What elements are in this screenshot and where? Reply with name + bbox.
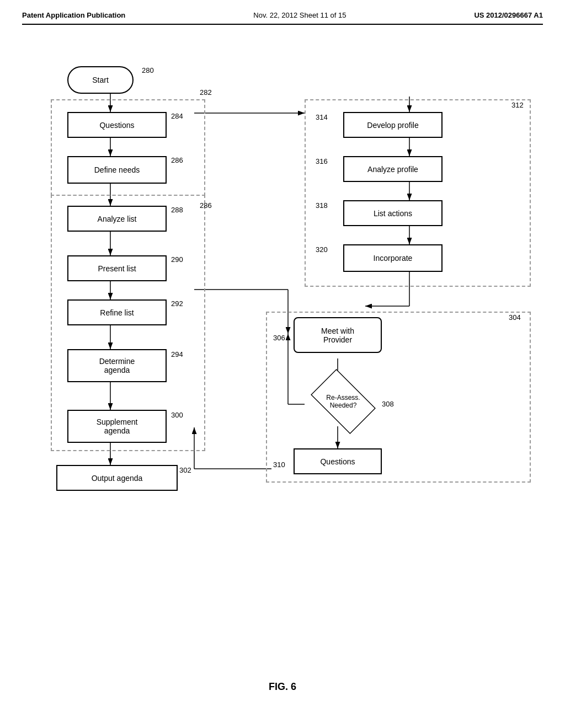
reassess-label: Re-Assess. Needed? xyxy=(326,394,360,410)
incorporate-label: Incorporate xyxy=(374,254,413,263)
define-needs-label: Define needs xyxy=(94,165,140,174)
header-left: Patent Application Publication xyxy=(22,11,125,19)
reassess-node: Re-Assess. Needed? xyxy=(305,377,382,426)
diagram: 282 286 312 304 Start 280 Questions 284 … xyxy=(23,41,542,676)
ref-308: 308 xyxy=(382,400,394,408)
develop-profile-label: Develop profile xyxy=(367,121,418,130)
questions-bottom-label: Questions xyxy=(320,457,355,466)
ref-290: 290 xyxy=(171,255,183,264)
ref-320: 320 xyxy=(316,245,328,254)
refine-list-label: Refine list xyxy=(100,308,134,317)
determine-agenda-label: Determine agenda xyxy=(99,357,135,374)
analyze-profile-node: Analyze profile xyxy=(343,156,443,182)
analyze-profile-label: Analyze profile xyxy=(367,165,418,174)
analyze-list-label: Analyze list xyxy=(98,215,137,223)
present-list-node: Present list xyxy=(67,255,167,281)
develop-profile-node: Develop profile xyxy=(343,112,443,138)
output-agenda-label: Output agenda xyxy=(92,474,143,483)
start-label: Start xyxy=(92,76,109,84)
ref-318: 318 xyxy=(316,201,328,210)
questions-top-node: Questions xyxy=(67,112,167,138)
list-actions-label: List actions xyxy=(374,209,412,218)
label-286b: 286 xyxy=(200,201,212,210)
define-needs-node: Define needs xyxy=(67,156,167,184)
ref-286a: 286 xyxy=(171,156,183,164)
ref-280: 280 xyxy=(142,66,154,74)
ref-314: 314 xyxy=(316,113,328,121)
incorporate-node: Incorporate xyxy=(343,244,443,272)
ref-302: 302 xyxy=(179,466,191,474)
ref-316: 316 xyxy=(316,157,328,165)
refine-list-node: Refine list xyxy=(67,299,167,325)
page: Patent Application Publication Nov. 22, … xyxy=(0,0,565,728)
start-node: Start xyxy=(67,66,134,94)
ref-300: 300 xyxy=(171,411,183,419)
meet-provider-label: Meet with Provider xyxy=(321,326,354,344)
supplement-agenda-node: Supplement agenda xyxy=(67,410,167,443)
list-actions-node: List actions xyxy=(343,200,443,226)
page-header: Patent Application Publication Nov. 22, … xyxy=(22,11,543,25)
header-center: Nov. 22, 2012 Sheet 11 of 15 xyxy=(253,11,346,19)
determine-agenda-node: Determine agenda xyxy=(67,349,167,382)
analyze-list-node: Analyze list xyxy=(67,206,167,232)
ref-288: 288 xyxy=(171,206,183,214)
figure-label: FIG. 6 xyxy=(22,681,543,693)
meet-provider-node: Meet with Provider xyxy=(294,317,382,353)
label-312: 312 xyxy=(511,101,524,109)
ref-284: 284 xyxy=(171,112,183,120)
ref-310: 310 xyxy=(273,461,285,469)
ref-292: 292 xyxy=(171,299,183,308)
present-list-label: Present list xyxy=(98,264,136,273)
questions-top-label: Questions xyxy=(99,121,134,130)
output-agenda-node: Output agenda xyxy=(56,465,178,491)
header-right: US 2012/0296667 A1 xyxy=(474,11,543,19)
supplement-agenda-label: Supplement agenda xyxy=(97,417,138,435)
ref-294: 294 xyxy=(171,350,183,358)
ref-306: 306 xyxy=(273,334,285,342)
label-282: 282 xyxy=(200,88,212,97)
label-304: 304 xyxy=(509,313,521,322)
questions-bottom-node: Questions xyxy=(294,448,382,474)
